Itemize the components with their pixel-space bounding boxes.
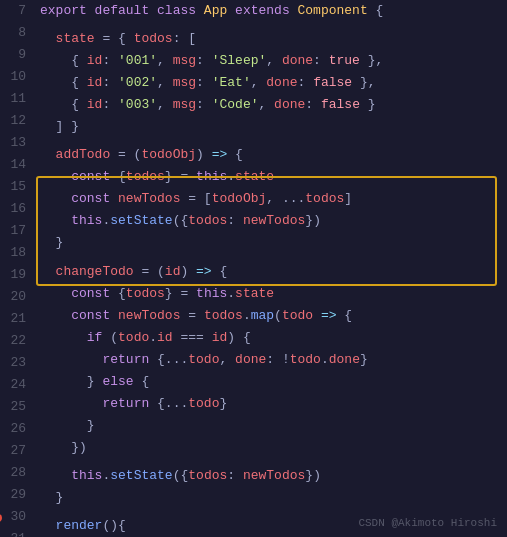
line-num-22: 22 xyxy=(0,330,36,352)
line-num-25: 25 xyxy=(0,396,36,418)
line-num-13: 13 xyxy=(0,132,36,154)
line-num-12: 12 xyxy=(0,110,36,132)
line-num-8: 8 xyxy=(0,22,36,44)
code-line-17: const newTodos = [todoObj, ...todos] xyxy=(36,188,507,210)
code-line-24: if (todo.id === id) { xyxy=(36,327,507,349)
code-line-9: state = { todos: [ xyxy=(36,28,507,50)
line-num-16: 16 xyxy=(0,198,36,220)
code-line-31: this.setState({todos: newTodos}) xyxy=(36,465,507,487)
code-line-7: export default class App extends Compone… xyxy=(36,0,507,22)
code-line-26: } else { xyxy=(36,371,507,393)
line-num-15: 15 xyxy=(0,176,36,198)
line-num-27: 27 xyxy=(0,440,36,462)
line-num-17: 17 xyxy=(0,220,36,242)
code-line-27: return {...todo} xyxy=(36,393,507,415)
line-num-31: 31 xyxy=(0,528,36,537)
line-num-10: 10 xyxy=(0,66,36,88)
code-line-10: { id: '001', msg: 'Sleep', done: true }, xyxy=(36,50,507,72)
code-line-16: const {todos} = this.state xyxy=(36,166,507,188)
code-line-19: } xyxy=(36,232,507,254)
code-line-32: } xyxy=(36,487,507,509)
line-num-29: 29 xyxy=(0,484,36,506)
code-editor: 7 8 9 10 11 12 13 14 15 16 17 18 19 20 2… xyxy=(0,0,507,537)
line-num-14: 14 xyxy=(0,154,36,176)
code-line-18: this.setState({todos: newTodos}) xyxy=(36,210,507,232)
line-num-7: 7 xyxy=(0,0,36,22)
line-num-21: 21 xyxy=(0,308,36,330)
line-num-23: 23 xyxy=(0,352,36,374)
code-line-22: const {todos} = this.state xyxy=(36,283,507,305)
line-num-24: 24 xyxy=(0,374,36,396)
code-line-15: addTodo = (todoObj) => { xyxy=(36,144,507,166)
line-num-18: 18 xyxy=(0,242,36,264)
code-line-25: return {...todo, done: !todo.done} xyxy=(36,349,507,371)
code-line-29: }) xyxy=(36,437,507,459)
code-line-28: } xyxy=(36,415,507,437)
line-num-11: 11 xyxy=(0,88,36,110)
line-num-26: 26 xyxy=(0,418,36,440)
line-num-20: 20 xyxy=(0,286,36,308)
code-line-21: changeTodo = (id) => { xyxy=(36,261,507,283)
line-num-9: 9 xyxy=(0,44,36,66)
code-line-23: const newTodos = todos.map(todo => { xyxy=(36,305,507,327)
code-area: export default class App extends Compone… xyxy=(36,0,507,537)
line-num-30: 30 xyxy=(0,506,36,528)
code-line-13: ] } xyxy=(36,116,507,138)
line-numbers: 7 8 9 10 11 12 13 14 15 16 17 18 19 20 2… xyxy=(0,0,36,537)
watermark: CSDN @Akimoto Hiroshi xyxy=(358,517,497,529)
code-line-11: { id: '002', msg: 'Eat', done: false }, xyxy=(36,72,507,94)
line-num-19: 19 xyxy=(0,264,36,286)
code-line-12: { id: '003', msg: 'Code', done: false } xyxy=(36,94,507,116)
line-num-28: 28 xyxy=(0,462,36,484)
